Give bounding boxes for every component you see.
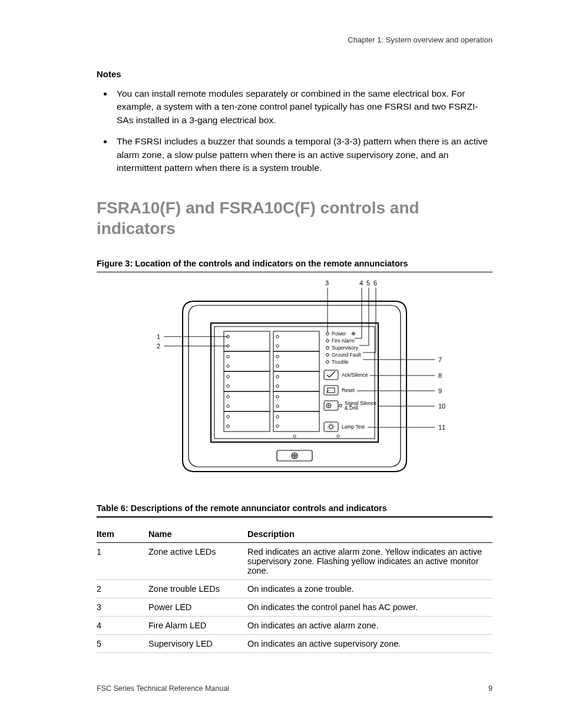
svg-point-33: [276, 375, 279, 378]
callout-num: 7: [438, 356, 442, 363]
svg-rect-10: [224, 351, 270, 371]
callout-num: 2: [157, 342, 160, 350]
svg-point-26: [227, 405, 230, 408]
button-label-line2: & Drill: [345, 405, 358, 411]
button-label: Reset: [342, 387, 355, 393]
table-row: 4 Fire Alarm LED On indicates an active …: [97, 616, 492, 634]
svg-point-27: [227, 416, 230, 419]
svg-point-8: [337, 435, 339, 437]
note-item: The FSRSI includes a buzzer that sounds …: [113, 135, 492, 174]
svg-rect-17: [273, 391, 319, 411]
svg-point-39: [326, 332, 329, 335]
table-row: 3 Power LED On indicates the control pan…: [97, 598, 492, 616]
note-item: You can install remote modules separatel…: [113, 87, 492, 127]
svg-point-37: [276, 416, 279, 419]
svg-point-35: [276, 396, 279, 398]
th-name: Name: [148, 526, 247, 543]
svg-line-62: [333, 424, 334, 426]
th-desc: Description: [247, 526, 492, 543]
svg-point-30: [276, 345, 279, 348]
svg-point-32: [276, 365, 279, 368]
table-row: 2 Zone trouble LEDs On indicates a zone …: [97, 579, 492, 598]
svg-point-23: [227, 375, 230, 378]
notes-list: You can install remote modules separatel…: [97, 87, 492, 175]
annunciator-diagram: Power Fire Alarm Supervisory Ground Faul…: [141, 281, 448, 481]
svg-point-21: [227, 355, 230, 358]
status-led-label: Supervisory: [332, 345, 359, 351]
chapter-header: Chapter 1: System overview and operation: [97, 35, 492, 44]
footer-page-number: 9: [488, 684, 492, 693]
svg-point-52: [339, 404, 342, 407]
th-item: Item: [97, 526, 148, 543]
table-caption: Table 6: Descriptions of the remote annu…: [97, 503, 492, 513]
callout-num: 5: [366, 281, 370, 286]
svg-rect-48: [324, 386, 338, 395]
svg-rect-9: [224, 331, 270, 351]
svg-point-46: [326, 361, 329, 364]
svg-rect-18: [273, 411, 319, 431]
svg-point-7: [293, 435, 296, 437]
status-led-label: Power: [332, 331, 346, 337]
table-row: 5 Supervisory LED On indicates an active…: [97, 634, 492, 653]
svg-rect-12: [224, 391, 270, 411]
svg-point-54: [329, 425, 333, 429]
svg-point-44: [326, 347, 329, 350]
callout-num: 9: [438, 387, 442, 394]
callout-num: 10: [438, 403, 445, 410]
svg-point-36: [276, 405, 279, 408]
svg-point-34: [276, 385, 279, 388]
svg-rect-47: [324, 370, 338, 380]
svg-line-60: [333, 428, 334, 429]
notes-heading: Notes: [97, 69, 492, 79]
status-led-label: Fire Alarm: [332, 338, 355, 344]
svg-point-25: [227, 396, 230, 398]
svg-line-59: [329, 424, 330, 426]
section-title: FSRA10(F) and FSRA10C(F) controls and in…: [97, 197, 492, 239]
svg-point-22: [227, 365, 230, 368]
button-label: Lamp Test: [342, 424, 365, 430]
svg-rect-13: [224, 411, 270, 431]
callout-num: 8: [438, 372, 442, 379]
table-row: 1 Zone active LEDs Red indicates an acti…: [97, 542, 492, 579]
callout-num: 1: [157, 333, 160, 340]
figure-caption: Figure 3: Location of the controls and i…: [97, 259, 492, 268]
callout-num: 3: [325, 281, 329, 286]
button-label: Ack/Silence: [342, 372, 368, 378]
svg-point-45: [326, 354, 329, 357]
svg-point-28: [227, 425, 230, 428]
svg-point-31: [276, 355, 279, 358]
figure-annunciator: Power Fire Alarm Supervisory Ground Faul…: [97, 281, 492, 481]
controls-table: Item Name Description 1 Zone active LEDs…: [97, 526, 492, 653]
svg-point-24: [227, 385, 230, 388]
status-led-label: Trouble: [332, 359, 349, 365]
callout-num: 11: [438, 424, 445, 431]
callout-num: 4: [359, 281, 363, 286]
svg-rect-15: [273, 351, 319, 371]
callout-num: 6: [373, 281, 377, 286]
footer-left: FSC Series Technical Reference Manual: [97, 684, 229, 693]
svg-point-43: [326, 340, 329, 342]
svg-line-61: [329, 428, 330, 429]
status-led-label: Ground Fault: [332, 352, 361, 358]
svg-point-29: [276, 335, 279, 338]
svg-rect-14: [273, 331, 319, 351]
svg-point-38: [276, 425, 279, 428]
svg-rect-11: [224, 371, 270, 391]
svg-rect-16: [273, 371, 319, 391]
